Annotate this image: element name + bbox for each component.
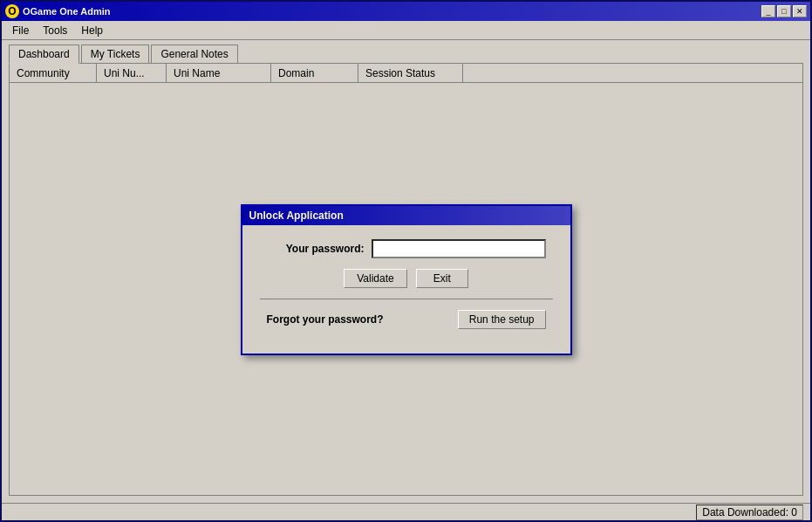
title-bar: O OGame One Admin _ □ ✕ xyxy=(2,2,810,21)
content-area: Community Uni Nu... Uni Name Domain Sess… xyxy=(9,63,803,496)
maximize-button[interactable]: □ xyxy=(777,5,791,17)
forgot-password-label: Forgot your password? xyxy=(267,313,458,326)
status-bar: Data Downloaded: 0 xyxy=(2,503,810,520)
dialog-title: Unlock Application xyxy=(242,206,570,225)
password-row: Your password: xyxy=(260,239,553,258)
password-input[interactable] xyxy=(372,239,546,258)
dialog-body: Your password: Validate Exit Forgot your… xyxy=(242,225,570,354)
dialog-footer: Forgot your password? Run the setup xyxy=(260,306,553,340)
tab-general-notes[interactable]: General Notes xyxy=(151,45,237,64)
status-panel: Data Downloaded: 0 xyxy=(696,505,803,520)
run-setup-button[interactable]: Run the setup xyxy=(458,310,546,329)
window-title: OGame One Admin xyxy=(23,6,761,17)
minimize-button[interactable]: _ xyxy=(761,5,775,17)
app-icon: O xyxy=(5,4,19,18)
menu-file[interactable]: File xyxy=(5,23,36,38)
status-label: Data Downloaded: xyxy=(702,506,788,519)
window-controls: _ □ ✕ xyxy=(761,5,807,17)
menu-bar: File Tools Help xyxy=(2,21,810,40)
modal-overlay: Unlock Application Your password: Valida… xyxy=(10,64,802,495)
tab-bar: Dashboard My Tickets General Notes xyxy=(2,40,810,63)
close-button[interactable]: ✕ xyxy=(793,5,807,17)
main-window: O OGame One Admin _ □ ✕ File Tools Help … xyxy=(0,0,812,522)
dialog-divider xyxy=(260,299,553,299)
unlock-dialog: Unlock Application Your password: Valida… xyxy=(241,204,572,355)
menu-help[interactable]: Help xyxy=(74,23,110,38)
tab-dashboard[interactable]: Dashboard xyxy=(9,45,79,64)
validate-button[interactable]: Validate xyxy=(344,269,406,288)
exit-button[interactable]: Exit xyxy=(416,269,468,288)
tab-my-tickets[interactable]: My Tickets xyxy=(81,45,150,64)
password-label: Your password: xyxy=(260,243,365,255)
menu-tools[interactable]: Tools xyxy=(36,23,74,38)
status-value: 0 xyxy=(791,506,797,519)
dialog-action-buttons: Validate Exit xyxy=(260,269,553,288)
